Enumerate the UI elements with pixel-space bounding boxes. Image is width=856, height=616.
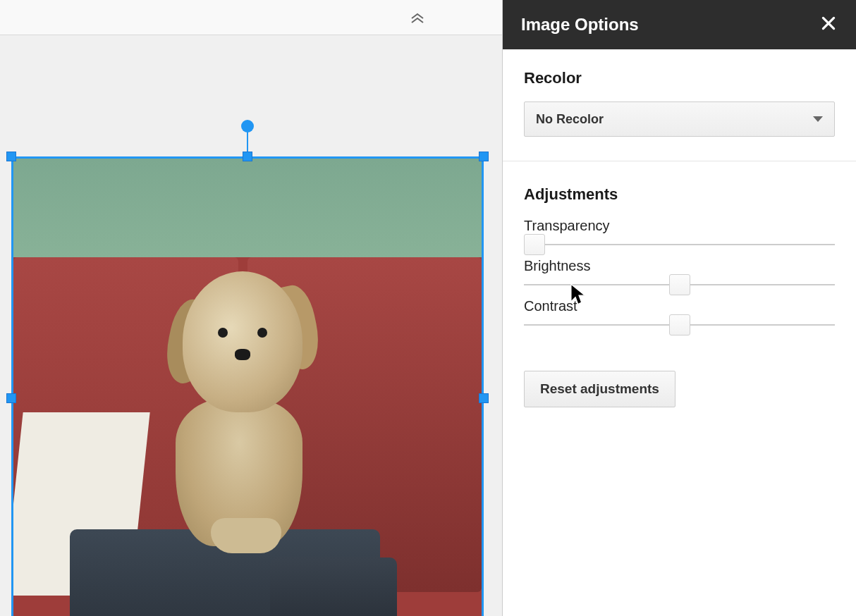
rotation-handle[interactable] (241, 120, 254, 133)
canvas-body[interactable] (0, 35, 502, 616)
resize-handle-top-left[interactable] (6, 152, 16, 161)
resize-handle-middle-right[interactable] (479, 393, 489, 403)
brightness-slider-thumb[interactable] (669, 274, 690, 295)
divider (503, 161, 856, 161)
chevron-down-icon (813, 116, 823, 122)
collapse-up-icon[interactable] (409, 8, 426, 28)
photo-placeholder (13, 159, 482, 616)
transparency-slider[interactable] (524, 244, 835, 245)
transparency-slider-thumb[interactable] (524, 234, 545, 255)
canvas-toolbar (0, 0, 502, 35)
editor-canvas[interactable] (0, 0, 503, 616)
brightness-slider[interactable] (524, 284, 835, 285)
transparency-label: Transparency (524, 218, 835, 234)
resize-handle-top-middle[interactable] (243, 152, 252, 161)
contrast-slider-thumb[interactable] (669, 314, 690, 335)
contrast-label: Contrast (524, 298, 835, 314)
recolor-dropdown-value: No Recolor (536, 112, 604, 127)
brightness-label: Brightness (524, 258, 835, 274)
panel-title: Image Options (521, 15, 639, 35)
recolor-dropdown[interactable]: No Recolor (524, 101, 835, 137)
image-options-panel: Image Options Recolor No Recolor Adjustm… (503, 0, 856, 616)
reset-adjustments-button[interactable]: Reset adjustments (524, 371, 675, 407)
image-content[interactable] (11, 156, 484, 616)
adjustments-section-title: Adjustments (524, 185, 835, 204)
selected-image[interactable] (11, 156, 484, 616)
contrast-slider[interactable] (524, 324, 835, 326)
recolor-section-title: Recolor (524, 69, 835, 87)
resize-handle-middle-left[interactable] (6, 393, 16, 403)
resize-handle-top-right[interactable] (479, 152, 489, 161)
panel-body: Recolor No Recolor Adjustments Transpare… (503, 49, 856, 616)
panel-header: Image Options (503, 0, 856, 49)
close-icon[interactable] (819, 13, 838, 36)
